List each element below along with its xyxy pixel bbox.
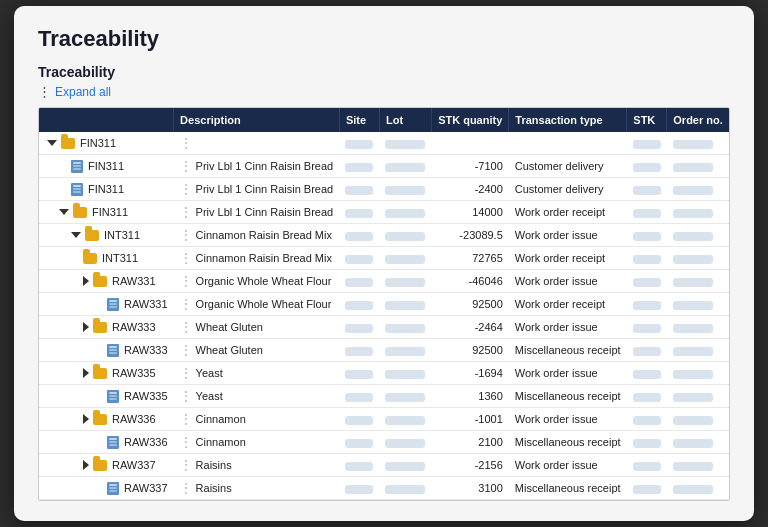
tree-ref-cell: RAW331	[39, 270, 174, 293]
description-cell: ⋮Cinnamon	[174, 408, 340, 431]
ref-label: INT311	[104, 229, 140, 241]
dots-icon[interactable]: ⋮	[38, 84, 51, 99]
lot-pill	[385, 209, 425, 218]
row-menu-icon[interactable]: ⋮	[180, 389, 192, 403]
ref-label: FIN311	[88, 160, 124, 172]
expand-right-icon[interactable]	[83, 460, 89, 470]
transaction-cell: Work order issue	[509, 316, 627, 339]
stk-cell	[627, 431, 667, 454]
description-cell: ⋮Organic Whole Wheat Flour	[174, 270, 340, 293]
stk-cell	[627, 132, 667, 155]
site-pill	[345, 209, 373, 218]
ref-label: RAW336	[124, 436, 168, 448]
row-menu-icon[interactable]: ⋮	[180, 481, 192, 495]
row-menu-icon[interactable]: ⋮	[180, 458, 192, 472]
table-row: RAW331⋮Organic Whole Wheat Flour92500Wor…	[39, 293, 729, 316]
table-row: RAW333⋮Wheat Gluten92500Miscellaneous re…	[39, 339, 729, 362]
tree-ref-cell: RAW333	[39, 339, 174, 362]
folder-icon	[93, 414, 107, 425]
expand-right-icon[interactable]	[83, 414, 89, 424]
row-menu-icon[interactable]: ⋮	[180, 320, 192, 334]
site-cell	[339, 431, 379, 454]
lot-pill	[385, 393, 425, 402]
expand-right-icon[interactable]	[83, 322, 89, 332]
tree-ref-cell: FIN311	[39, 132, 174, 155]
order-pill	[673, 186, 713, 195]
description-cell: ⋮	[174, 132, 340, 155]
transaction-cell: Work order issue	[509, 224, 627, 247]
folder-icon	[61, 138, 75, 149]
order-cell	[667, 408, 729, 431]
lot-cell	[379, 385, 431, 408]
transaction-cell	[509, 132, 627, 155]
stk-qty-cell: -2156	[432, 454, 509, 477]
lot-pill	[385, 232, 425, 241]
site-cell	[339, 408, 379, 431]
row-menu-icon[interactable]: ⋮	[180, 366, 192, 380]
col-stk: STK	[627, 108, 667, 132]
lot-pill	[385, 439, 425, 448]
transaction-cell: Miscellaneous receipt	[509, 339, 627, 362]
row-menu-icon[interactable]: ⋮	[180, 136, 192, 150]
site-cell	[339, 385, 379, 408]
lot-pill	[385, 255, 425, 264]
row-menu-icon[interactable]: ⋮	[180, 343, 192, 357]
tree-ref-cell: RAW336	[39, 431, 174, 454]
site-cell	[339, 362, 379, 385]
page-title: Traceability	[38, 26, 730, 52]
tree-ref-cell: INT311	[39, 247, 174, 270]
row-menu-icon[interactable]: ⋮	[180, 435, 192, 449]
row-menu-icon[interactable]: ⋮	[180, 297, 192, 311]
row-menu-icon[interactable]: ⋮	[180, 274, 192, 288]
site-cell	[339, 270, 379, 293]
expand-right-icon[interactable]	[83, 276, 89, 286]
site-cell	[339, 224, 379, 247]
lot-cell	[379, 408, 431, 431]
lot-cell	[379, 293, 431, 316]
row-menu-icon[interactable]: ⋮	[180, 159, 192, 173]
row-menu-icon[interactable]: ⋮	[180, 205, 192, 219]
stk-cell	[627, 362, 667, 385]
stk-qty-cell: -1694	[432, 362, 509, 385]
folder-icon	[93, 276, 107, 287]
col-site: Site	[339, 108, 379, 132]
expand-down-icon[interactable]	[71, 232, 81, 238]
order-cell	[667, 316, 729, 339]
order-cell	[667, 339, 729, 362]
description-cell: ⋮Priv Lbl 1 Cinn Raisin Bread	[174, 201, 340, 224]
row-menu-icon[interactable]: ⋮	[180, 251, 192, 265]
expand-right-icon[interactable]	[83, 368, 89, 378]
expand-down-icon[interactable]	[47, 140, 57, 146]
table-row: RAW337⋮Raisins-2156Work order issue	[39, 454, 729, 477]
lot-cell	[379, 155, 431, 178]
row-menu-icon[interactable]: ⋮	[180, 412, 192, 426]
order-pill	[673, 462, 713, 471]
table-row: RAW333⋮Wheat Gluten-2464Work order issue	[39, 316, 729, 339]
site-cell	[339, 293, 379, 316]
stk-cell	[627, 293, 667, 316]
document-icon	[107, 482, 119, 495]
document-icon	[71, 160, 83, 173]
table-row: FIN311⋮	[39, 132, 729, 155]
ref-label: RAW331	[124, 298, 168, 310]
description-cell: ⋮Organic Whole Wheat Flour	[174, 293, 340, 316]
expand-all-link[interactable]: Expand all	[55, 85, 111, 99]
stk-pill	[633, 324, 661, 333]
order-pill	[673, 393, 713, 402]
description-cell: ⋮Priv Lbl 1 Cinn Raisin Bread	[174, 178, 340, 201]
order-cell	[667, 270, 729, 293]
order-cell	[667, 247, 729, 270]
order-pill	[673, 140, 713, 149]
lot-pill	[385, 347, 425, 356]
expand-down-icon[interactable]	[59, 209, 69, 215]
ref-label: RAW335	[112, 367, 156, 379]
description-cell: ⋮Cinnamon	[174, 431, 340, 454]
description-text: Organic Whole Wheat Flour	[196, 275, 332, 287]
row-menu-icon[interactable]: ⋮	[180, 228, 192, 242]
lot-cell	[379, 431, 431, 454]
site-cell	[339, 454, 379, 477]
lot-pill	[385, 186, 425, 195]
row-menu-icon[interactable]: ⋮	[180, 182, 192, 196]
transaction-cell: Work order receipt	[509, 201, 627, 224]
description-cell: ⋮Cinnamon Raisin Bread Mix	[174, 224, 340, 247]
